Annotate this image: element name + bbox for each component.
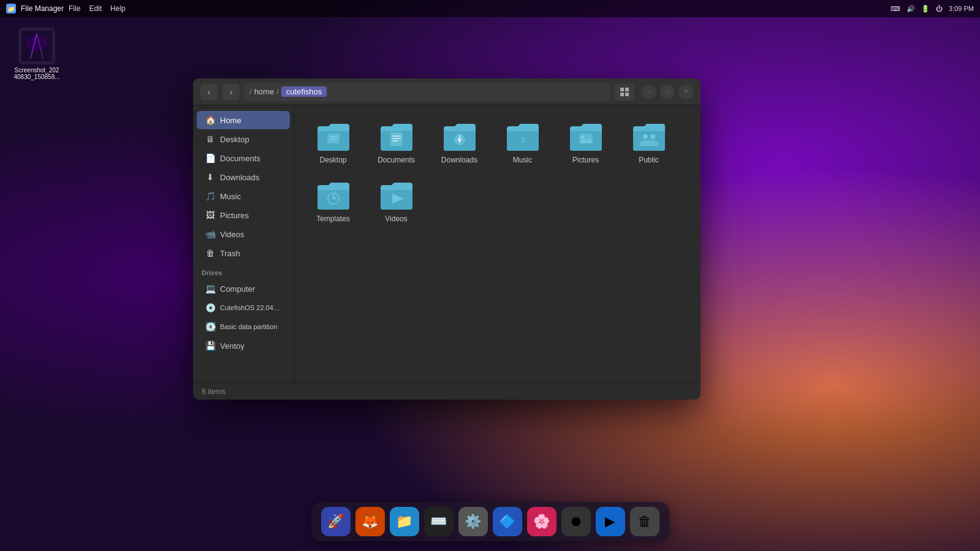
- minimize-button[interactable]: −: [642, 85, 656, 99]
- dock-files[interactable]: 📁: [390, 507, 419, 536]
- svg-text:♪: ♪: [520, 133, 525, 145]
- main-content: 🏠 Home 🖥 Desktop 📄 Documents ⬇ Downloads…: [193, 105, 701, 382]
- sidebar-item-videos[interactable]: 📹 Videos: [197, 225, 290, 243]
- folder-documents[interactable]: Documents: [367, 115, 425, 169]
- folder-public-label: Public: [639, 156, 659, 164]
- sidebar-item-trash[interactable]: 🗑 Trash: [197, 244, 290, 262]
- folder-public[interactable]: Public: [620, 115, 678, 169]
- sidebar-item-basic-data[interactable]: 💽 Basic data partition: [197, 317, 290, 336]
- folder-pictures[interactable]: Pictures: [556, 115, 615, 169]
- address-home[interactable]: home: [254, 87, 275, 96]
- folder-documents-label: Documents: [378, 156, 415, 164]
- dock-firefox[interactable]: 🦊: [355, 507, 385, 536]
- folder-templates-icon: [315, 179, 352, 211]
- address-sep2: /: [276, 87, 279, 96]
- sidebar-home-label: Home: [220, 116, 241, 125]
- sidebar-documents-label: Documents: [220, 154, 260, 163]
- videos-icon: 📹: [205, 229, 215, 239]
- folder-desktop-icon: [315, 120, 352, 152]
- trash-icon: 🗑: [205, 248, 215, 258]
- svg-rect-5: [625, 88, 629, 91]
- sidebar-item-pictures[interactable]: 🖼 Pictures: [197, 206, 290, 224]
- folder-downloads-label: Downloads: [441, 156, 477, 164]
- computer-icon: 💻: [205, 284, 215, 294]
- window-controls: − □ ✕: [642, 85, 693, 99]
- sidebar-item-home[interactable]: 🏠 Home: [197, 111, 290, 129]
- dock-launchpad[interactable]: 🚀: [321, 507, 351, 536]
- sidebar-item-computer[interactable]: 💻 Computer: [197, 279, 290, 298]
- folder-templates[interactable]: Templates: [304, 174, 362, 228]
- grid-view-icon: [620, 87, 629, 97]
- sidebar-desktop-label: Desktop: [220, 135, 249, 144]
- svg-point-1: [26, 36, 48, 50]
- desktop-icon-sidebar: 🖥: [205, 134, 215, 144]
- file-manager-window: ‹ › / home / cutefishos − □ ✕ 🏠: [193, 78, 701, 400]
- folder-videos[interactable]: Videos: [367, 174, 425, 228]
- top-bar-left: 📁 File Manager File Edit Help: [6, 4, 126, 13]
- dock-settings[interactable]: ⚙️: [458, 507, 488, 536]
- folder-music[interactable]: ♪ Music: [493, 115, 552, 169]
- sidebar-item-cutefishos[interactable]: 💿 CutefishOS 22.04.0 20...: [197, 298, 290, 317]
- top-bar-menu[interactable]: File Edit Help: [69, 4, 126, 13]
- svg-rect-9: [330, 136, 337, 137]
- dock-store[interactable]: 🔷: [493, 507, 522, 536]
- basic-data-icon: 💽: [205, 322, 215, 332]
- app-icon: 📁: [6, 4, 16, 13]
- maximize-button[interactable]: □: [660, 85, 675, 99]
- file-grid: Desktop Documents: [294, 105, 701, 382]
- sidebar-computer-label: Computer: [220, 284, 255, 294]
- power-icon: ⏻: [936, 5, 943, 12]
- pictures-icon: 🖼: [205, 210, 215, 220]
- menu-edit[interactable]: Edit: [89, 4, 102, 13]
- dock-recorder[interactable]: ⏺: [561, 507, 591, 536]
- view-toggle-button[interactable]: [615, 83, 634, 101]
- address-bar[interactable]: / home / cutefishos: [245, 83, 610, 101]
- sidebar-item-music[interactable]: 🎵 Music: [197, 187, 290, 205]
- svg-rect-4: [620, 88, 624, 91]
- desktop-file-icon[interactable]: Screenshot_20240830_150858...: [12, 28, 61, 80]
- status-text: 8 items: [202, 387, 226, 396]
- sidebar-music-label: Music: [220, 192, 241, 201]
- forward-button[interactable]: ›: [222, 83, 240, 101]
- svg-point-21: [650, 134, 655, 139]
- sidebar-cutefishos-label: CutefishOS 22.04.0 20...: [220, 304, 281, 311]
- folder-downloads[interactable]: Downloads: [430, 115, 488, 169]
- music-icon: 🎵: [205, 191, 215, 201]
- sidebar-item-desktop[interactable]: 🖥 Desktop: [197, 130, 290, 148]
- back-button[interactable]: ‹: [200, 83, 218, 101]
- titlebar: ‹ › / home / cutefishos − □ ✕: [193, 78, 701, 105]
- taskbar: 🚀 🦊 📁 ⌨️ ⚙️ 🔷 🌸 ⏺ ▶ 🗑: [311, 502, 669, 541]
- dock-media-player[interactable]: ▶: [596, 507, 625, 536]
- clock: 3:09 PM: [949, 5, 974, 12]
- svg-rect-10: [330, 139, 337, 140]
- folder-music-label: Music: [513, 156, 532, 164]
- cutefishos-icon: 💿: [205, 303, 215, 313]
- folder-desktop-label: Desktop: [319, 156, 346, 164]
- address-separator: /: [249, 87, 252, 96]
- downloads-icon: ⬇: [205, 172, 215, 182]
- menu-file[interactable]: File: [69, 4, 80, 13]
- dock-trash[interactable]: 🗑: [630, 507, 659, 536]
- folder-pictures-icon: [568, 120, 604, 152]
- keyboard-icon: ⌨: [891, 5, 900, 13]
- folder-videos-label: Videos: [385, 215, 407, 223]
- close-button[interactable]: ✕: [678, 85, 693, 99]
- folder-desktop[interactable]: Desktop: [304, 115, 362, 169]
- address-current[interactable]: cutefishos: [281, 86, 327, 97]
- battery-icon: 🔋: [921, 5, 930, 13]
- top-bar-right: ⌨ 🔊 🔋 ⏻ 3:09 PM: [891, 5, 974, 13]
- svg-rect-6: [620, 93, 624, 96]
- sidebar-ventoy-label: Ventoy: [220, 341, 245, 351]
- sidebar-basic-data-label: Basic data partition: [220, 323, 278, 330]
- dock-backup[interactable]: 🌸: [527, 507, 556, 536]
- svg-rect-12: [392, 135, 401, 137]
- sound-icon: 🔊: [906, 5, 915, 13]
- desktop-icon-label: Screenshot_20240830_150858...: [13, 67, 59, 80]
- dock-terminal[interactable]: ⌨️: [424, 507, 454, 536]
- folder-public-icon: [631, 120, 667, 152]
- menu-help[interactable]: Help: [110, 4, 126, 13]
- sidebar-item-documents[interactable]: 📄 Documents: [197, 149, 290, 167]
- sidebar-item-downloads[interactable]: ⬇ Downloads: [197, 168, 290, 186]
- sidebar-item-ventoy[interactable]: 💾 Ventoy: [197, 336, 290, 355]
- ventoy-icon: 💾: [205, 341, 215, 351]
